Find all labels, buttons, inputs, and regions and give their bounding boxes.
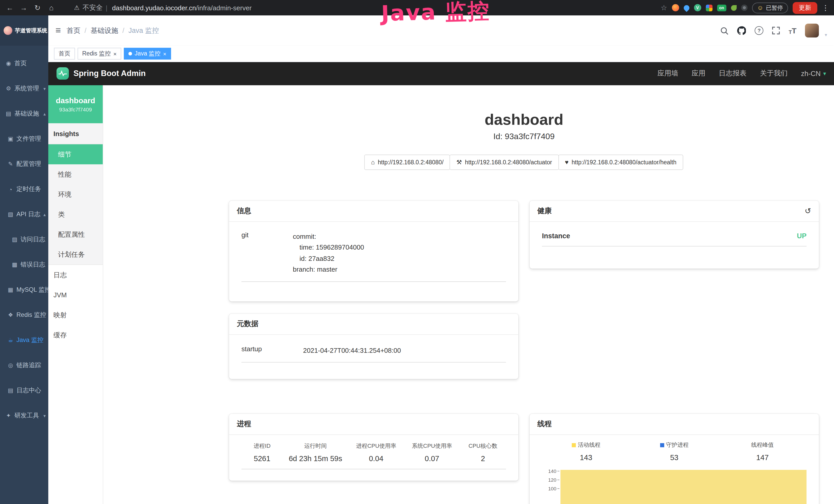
browser-menu-icon[interactable]: ⋮ — [822, 4, 829, 12]
app-navbar: ≡ 首页 / 基础设施 / Java 监控 ? TT ▾ — [48, 16, 834, 46]
content-inner: dashboard Id: 93a3fc7f7409 ⌂ http://192.… — [229, 85, 819, 504]
sidebar-item-files[interactable]: ▣ 文件管理 — [0, 126, 48, 152]
extension-leaf-icon[interactable] — [731, 5, 737, 10]
sidebar-item-devtools[interactable]: ✦ 研发工具 ▾ — [0, 403, 48, 428]
tab-home[interactable]: 首页 — [54, 48, 75, 60]
forward-icon[interactable]: → — [19, 4, 28, 12]
bookmark-star-icon[interactable]: ☆ — [661, 4, 667, 12]
tab-label: 首页 — [59, 50, 70, 58]
sba-nav-about[interactable]: 关于我们 — [760, 69, 788, 78]
close-icon[interactable]: × — [163, 51, 167, 57]
sba-item-mappings[interactable]: 映射 — [48, 305, 103, 325]
api-log-icon: ▧ — [7, 211, 14, 218]
breadcrumb-infra[interactable]: 基础设施 — [91, 26, 118, 35]
font-size-icon[interactable]: TT — [789, 26, 796, 35]
live-threads-swatch — [572, 443, 576, 447]
sidebar-item-scheduled-tasks[interactable]: ◔ 定时任务 — [0, 177, 48, 202]
extension-vue-icon[interactable]: V — [694, 4, 701, 11]
sba-item-environment[interactable]: 环境 — [48, 184, 103, 204]
sidebar-item-access-logs[interactable]: ▨ 访问日志 — [0, 227, 48, 252]
legend-peak-threads: 线程峰值 147 — [719, 441, 807, 462]
sidebar-item-label: API 日志 — [17, 210, 40, 219]
chevron-down-icon: ▾ — [823, 70, 826, 77]
address-bar[interactable]: dashboard.yudao.iocoder.cn/infra/admin-s… — [112, 4, 251, 12]
threads-legend: 活动线程 143 守护进程 53 线程峰值 147 — [542, 441, 807, 462]
sba-locale-select[interactable]: zh-CN ▾ — [801, 70, 826, 77]
info-card: 信息 git commit: time: 1596289704000 id: 2… — [229, 201, 518, 301]
health-heart-icon: ♥ — [565, 159, 568, 166]
security-label: 不安全 — [83, 3, 103, 12]
tab-java-monitor[interactable]: Java 监控 × — [124, 48, 171, 60]
back-icon[interactable]: ← — [5, 4, 14, 12]
url-domain: dashboard.yudao.iocoder.cn — [112, 4, 196, 12]
user-avatar[interactable] — [805, 24, 819, 38]
close-icon[interactable]: × — [113, 51, 117, 57]
sidebar-item-label: 文件管理 — [17, 135, 41, 143]
breadcrumb-current: Java 监控 — [128, 26, 159, 35]
extension-drop-icon[interactable] — [682, 4, 690, 12]
health-url-button[interactable]: ♥ http://192.168.0.2:48080/actuator/heal… — [558, 155, 683, 170]
sidebar-item-label: 链路追踪 — [17, 361, 41, 370]
threads-card-header: 线程 — [530, 414, 819, 435]
sba-item-classes[interactable]: 类 — [48, 204, 103, 224]
sidebar-item-tracing[interactable]: ◎ 链路追踪 — [0, 353, 48, 378]
sba-nav-wallboard[interactable]: 应用墙 — [657, 69, 678, 78]
browser-home-icon[interactable]: ⌂ — [47, 4, 56, 12]
sba-item-jvm[interactable]: JVM — [48, 285, 103, 305]
insights-group: Insights 细节 性能 环境 类 配置属性 计划任务 — [48, 123, 103, 265]
sidebar-item-error-logs[interactable]: ▩ 错误日志 — [0, 252, 48, 277]
threads-chart-plot — [561, 467, 807, 493]
health-instance-label: Instance — [542, 232, 570, 240]
extension-on-badge[interactable]: on — [717, 4, 726, 11]
sidebar-item-infra[interactable]: ▤ 基础设施 ▴ — [0, 101, 48, 126]
wrench-icon: ⚒ — [456, 159, 462, 166]
reload-icon[interactable]: ↻ — [33, 4, 42, 12]
extension-pin-icon[interactable] — [741, 5, 747, 11]
sidebar-item-config[interactable]: ✎ 配置管理 — [0, 152, 48, 177]
metadata-card: 元数据 startup 2021-04-27T00:44:31.254+08:0… — [229, 314, 518, 379]
search-icon[interactable] — [720, 26, 728, 35]
sidebar-item-label: 定时任务 — [17, 185, 41, 193]
service-url-button[interactable]: ⌂ http://192.168.0.2:48080/ — [365, 155, 450, 170]
sba-item-logs[interactable]: 日志 — [48, 265, 103, 285]
dashboard-icon: ◉ — [5, 60, 12, 67]
actuator-url-button[interactable]: ⚒ http://192.168.0.2:48080/actuator — [450, 155, 559, 170]
sba-nav-applications[interactable]: 应用 — [692, 69, 705, 78]
sidebar-item-log-center[interactable]: ▤ 日志中心 — [0, 378, 48, 403]
file-icon: ▣ — [7, 136, 14, 142]
sba-item-metrics[interactable]: 性能 — [48, 164, 103, 184]
sidebar-item-mysql-monitor[interactable]: ▦ MySQL 监控 — [0, 277, 48, 302]
process-stat-labels: 进程ID 运行时间 进程CPU使用率 系统CPU使用率 CPU核心数 — [241, 442, 506, 450]
sidebar-item-system[interactable]: ⚙ 系统管理 ▾ — [0, 76, 48, 101]
fullscreen-icon[interactable] — [772, 27, 780, 35]
breadcrumb-home[interactable]: 首页 — [67, 26, 81, 35]
mysql-icon: ▦ — [7, 287, 14, 293]
hamburger-icon[interactable]: ≡ — [56, 25, 61, 36]
extension-palette-icon[interactable] — [706, 4, 712, 11]
instance-header[interactable]: dashboard 93a3fc7f7409 — [48, 85, 103, 123]
sba-item-details[interactable]: 细节 — [48, 144, 103, 164]
sba-item-config-props[interactable]: 配置属性 — [48, 224, 103, 245]
help-icon[interactable]: ? — [755, 26, 763, 35]
sidebar-item-redis-monitor[interactable]: ❖ Redis 监控 — [0, 302, 48, 328]
sba-item-caches[interactable]: 缓存 — [48, 325, 103, 345]
history-icon[interactable]: ↺ — [805, 206, 811, 216]
sidebar-item-label: 基础设施 — [14, 109, 39, 118]
chrome-update-button[interactable]: 更新 — [793, 2, 817, 14]
sidebar-logo[interactable]: 芋道管理系统 — [0, 16, 48, 46]
sba-item-scheduled-tasks[interactable]: 计划任务 — [48, 245, 103, 265]
sidebar-item-api-logs[interactable]: ▧ API 日志 ▴ — [0, 202, 48, 227]
stat-label: CPU核心数 — [460, 442, 506, 450]
sidebar-item-java-monitor[interactable]: ☕ Java 监控 — [0, 328, 48, 353]
sidebar-item-home[interactable]: ◉ 首页 — [0, 51, 48, 76]
process-stat-values: 5261 6d 23h 15m 59s 0.04 0.07 2 — [241, 450, 506, 469]
extension-fire-icon[interactable] — [672, 4, 679, 11]
tab-redis-monitor[interactable]: Redis 监控 × — [78, 48, 121, 60]
tick-mark — [557, 488, 559, 489]
sba-logo-icon[interactable] — [57, 67, 69, 79]
security-chip[interactable]: ⚠ 不安全 | — [74, 3, 107, 12]
access-log-icon: ▨ — [11, 236, 18, 243]
sba-nav-journal[interactable]: 日志报表 — [719, 69, 746, 78]
github-icon[interactable] — [737, 26, 746, 35]
paused-badge[interactable]: ☺ 已暂停 — [752, 2, 788, 13]
